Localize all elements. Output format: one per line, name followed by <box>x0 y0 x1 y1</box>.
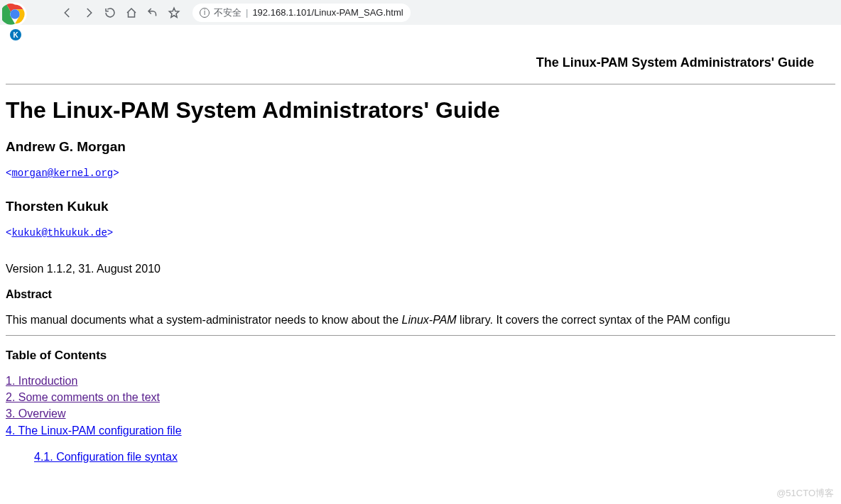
chrome-logo-icon <box>2 1 25 24</box>
address-bar[interactable]: i 不安全 | 192.168.1.101/Linux-PAM_SAG.html <box>192 4 411 22</box>
star-button[interactable] <box>167 6 181 20</box>
svg-point-2 <box>11 10 19 18</box>
url-text: 192.168.1.101/Linux-PAM_SAG.html <box>252 7 403 18</box>
back-button[interactable] <box>60 6 75 20</box>
toc-heading: Table of Contents <box>6 349 835 363</box>
abstract-label: Abstract <box>6 288 835 301</box>
toc-link-3[interactable]: 3. Overview <box>6 407 65 420</box>
toc-sub-link-41[interactable]: 4.1. Configuration file syntax <box>34 451 178 463</box>
toc-link-2[interactable]: 2. Some comments on the text <box>6 391 160 403</box>
bookmark-icon[interactable]: K <box>10 29 21 40</box>
doc-right-header: The Linux-PAM System Administrators' Gui… <box>6 45 835 81</box>
author2-email-link[interactable]: kukuk@thkukuk.de <box>11 227 107 239</box>
page-title: The Linux-PAM System Administrators' Gui… <box>6 97 835 124</box>
toc-list: 1. Introduction 2. Some comments on the … <box>6 373 835 465</box>
divider <box>6 84 835 84</box>
abstract-text: This manual documents what a system-admi… <box>6 314 835 327</box>
insecure-label: 不安全 <box>214 6 242 19</box>
toc-link-1[interactable]: 1. Introduction <box>6 375 77 387</box>
url-separator: | <box>246 7 248 18</box>
author1-name: Andrew G. Morgan <box>6 139 835 155</box>
toc-link-4[interactable]: 4. The Linux-PAM configuration file <box>6 424 182 437</box>
author2-name: Thorsten Kukuk <box>6 199 835 214</box>
divider <box>6 335 835 336</box>
version-text: Version 1.1.2, 31. August 2010 <box>6 263 835 275</box>
author1-email-link[interactable]: morgan@kernel.org <box>11 168 113 179</box>
forward-button[interactable] <box>82 6 96 20</box>
reload-button[interactable] <box>103 6 117 20</box>
home-button[interactable] <box>124 6 139 20</box>
undo-button[interactable] <box>146 6 160 20</box>
author1-email: <morgan@kernel.org> <box>6 168 119 179</box>
bookmarks-bar: K <box>0 25 841 45</box>
info-icon[interactable]: i <box>200 8 210 18</box>
author2-email: <kukuk@thkukuk.de> <box>6 227 113 239</box>
